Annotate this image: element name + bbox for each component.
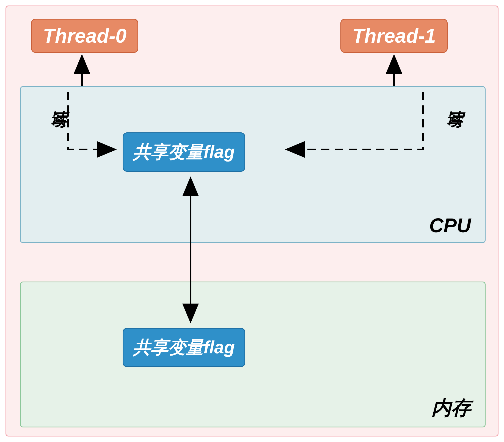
memory-shared-flag-label: 共享变量flag (133, 337, 235, 357)
memory-container: 共享变量flag 内存 (20, 282, 486, 427)
memory-label: 内存 (431, 395, 471, 421)
cpu-container: 共享变量flag CPU (20, 86, 486, 243)
memory-shared-flag-box: 共享变量flag (123, 328, 245, 367)
read-write-label-left: 读写 (48, 97, 70, 102)
thread-0-box: Thread-0 (31, 19, 138, 53)
cpu-shared-flag-box: 共享变量flag (123, 132, 245, 172)
cpu-label: CPU (429, 214, 471, 237)
thread-0-label: Thread-0 (43, 25, 126, 47)
cpu-shared-flag-label: 共享变量flag (133, 142, 235, 162)
thread-1-label: Thread-1 (352, 25, 436, 47)
read-write-label-right: 读写 (444, 97, 466, 102)
thread-1-box: Thread-1 (340, 19, 448, 53)
diagram-container: Thread-0 Thread-1 共享变量flag CPU 读写 读写 共享变… (5, 6, 499, 436)
